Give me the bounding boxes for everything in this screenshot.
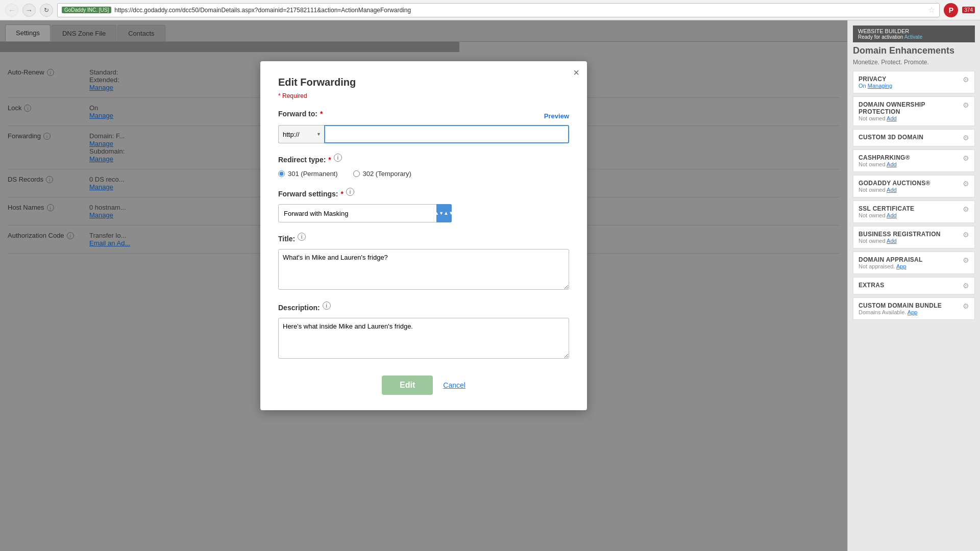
page-wrapper: Settings DNS Zone File Contacts Auto-Ren… bbox=[0, 20, 980, 551]
radio-group: 301 (Permanent) 302 (Temporary) bbox=[278, 170, 569, 178]
auctions-gear-icon[interactable]: ⚙ bbox=[963, 180, 969, 188]
sidebar-item-business-reg: BUSINESS REGISTRATION Not owned Add ⚙ bbox=[853, 226, 975, 248]
bookmark-icon[interactable]: ☆ bbox=[928, 5, 935, 15]
website-builder-title: WEBSITE BUILDER bbox=[858, 28, 922, 34]
appraisal-app-link[interactable]: App bbox=[896, 263, 906, 269]
forward-to-row: http:// https:// bbox=[278, 125, 569, 143]
redirect-type-section: Redirect type: * i 301 (Permanent) 302 (… bbox=[278, 154, 569, 178]
cashparking-title: CASHPARKING® bbox=[859, 154, 910, 161]
edit-button[interactable]: Edit bbox=[382, 375, 433, 395]
cancel-button[interactable]: Cancel bbox=[443, 381, 465, 389]
business-reg-gear-icon[interactable]: ⚙ bbox=[963, 231, 969, 239]
description-textarea[interactable] bbox=[278, 318, 569, 359]
forward-to-label: Forward to: bbox=[278, 110, 317, 118]
appraisal-gear-icon[interactable]: ⚙ bbox=[963, 256, 969, 264]
protocol-select-wrapper: http:// https:// bbox=[278, 125, 324, 143]
url-input[interactable] bbox=[324, 125, 569, 143]
ownership-add-link[interactable]: Add bbox=[887, 115, 897, 121]
back-button[interactable]: ← bbox=[5, 4, 18, 17]
browser-chrome: ← → ↻ GoDaddy INC. [US] https://dcc.goda… bbox=[0, 0, 980, 20]
domain-enhancements-subtitle: Monetize. Protect. Promote. bbox=[853, 59, 975, 66]
protocol-select[interactable]: http:// https:// bbox=[278, 125, 324, 143]
preview-link[interactable]: Preview bbox=[544, 112, 569, 120]
main-content: Settings DNS Zone File Contacts Auto-Ren… bbox=[0, 20, 847, 551]
reload-button[interactable]: ↻ bbox=[40, 4, 53, 17]
radio-301[interactable]: 301 (Permanent) bbox=[278, 170, 338, 178]
redirect-required-star: * bbox=[328, 156, 331, 164]
business-reg-not-owned: Not owned bbox=[859, 238, 887, 244]
website-builder-activate-link[interactable]: Activate bbox=[904, 34, 923, 40]
cashparking-not-owned: Not owned bbox=[859, 161, 887, 167]
edit-forwarding-modal: × Edit Forwarding * Required Forward to:… bbox=[260, 61, 587, 410]
title-field-info-icon[interactable]: i bbox=[298, 233, 306, 241]
privacy-title: PRIVACY bbox=[859, 76, 892, 83]
forward-button[interactable]: → bbox=[22, 4, 36, 17]
forward-settings-required-star: * bbox=[340, 190, 343, 198]
description-field-info-icon[interactable]: i bbox=[323, 302, 331, 310]
radio-301-input[interactable] bbox=[278, 170, 285, 177]
radio-301-label: 301 (Permanent) bbox=[288, 170, 338, 178]
privacy-status-on: On bbox=[859, 83, 866, 89]
custom-3d-title: CUSTOM 3D DOMAIN bbox=[859, 134, 923, 141]
extras-gear-icon[interactable]: ⚙ bbox=[963, 282, 969, 290]
modal-required-text: * Required bbox=[278, 92, 569, 99]
title-field-label: Title: bbox=[278, 235, 295, 243]
ownership-protection-title: DOMAIN OWNERSHIP PROTECTION bbox=[859, 101, 963, 115]
radio-302-input[interactable] bbox=[353, 170, 360, 177]
appraisal-title: DOMAIN APPRAISAL bbox=[859, 256, 923, 263]
business-reg-title: BUSINESS REGISTRATION bbox=[859, 231, 941, 238]
custom-bundle-app-link[interactable]: App bbox=[908, 309, 918, 315]
cashparking-add-link[interactable]: Add bbox=[887, 161, 897, 167]
address-bar[interactable]: GoDaddy INC. [US] https://dcc.godaddy.co… bbox=[57, 3, 940, 17]
radio-302[interactable]: 302 (Temporary) bbox=[353, 170, 411, 178]
website-builder-status: Ready for activation bbox=[858, 34, 903, 40]
domain-enhancements-title: Domain Enhancements bbox=[853, 45, 975, 56]
custom-3d-gear-icon[interactable]: ⚙ bbox=[963, 134, 969, 142]
url-text: https://dcc.godaddy.com/dcc50/DomainDeta… bbox=[114, 7, 411, 14]
settings-select-wrapper: Forward Only Forward with Masking ▲▼ bbox=[278, 204, 452, 222]
redirect-type-label: Redirect type: bbox=[278, 156, 326, 164]
custom-bundle-gear-icon[interactable]: ⚙ bbox=[963, 302, 969, 310]
sidebar-item-godaddy-auctions: GODADDY AUCTIONS® Not owned Add ⚙ bbox=[853, 175, 975, 197]
privacy-gear-icon[interactable]: ⚙ bbox=[963, 76, 969, 84]
modal-footer: Edit Cancel bbox=[278, 373, 569, 395]
ssl-title: SSL CERTIFICATE bbox=[859, 205, 914, 212]
cashparking-gear-icon[interactable]: ⚙ bbox=[963, 154, 969, 162]
right-sidebar: WEBSITE BUILDER Ready for activation Act… bbox=[847, 20, 980, 551]
sidebar-item-custom-bundle: CUSTOM DOMAIN BUNDLE Domains Available. … bbox=[853, 297, 975, 320]
description-field-label: Description: bbox=[278, 304, 320, 312]
title-textarea[interactable] bbox=[278, 249, 569, 290]
sidebar-item-extras: EXTRAS ⚙ bbox=[853, 277, 975, 294]
extras-title: EXTRAS bbox=[859, 282, 884, 289]
ownership-gear-icon[interactable]: ⚙ bbox=[963, 101, 969, 109]
auctions-not-owned: Not owned bbox=[859, 187, 887, 193]
sidebar-item-cashparking: CASHPARKING® Not owned Add ⚙ bbox=[853, 149, 975, 172]
ssl-gear-icon[interactable]: ⚙ bbox=[963, 205, 969, 213]
forward-settings-label: Forward settings: bbox=[278, 190, 338, 198]
sidebar-item-ownership-protection: DOMAIN OWNERSHIP PROTECTION Not owned Ad… bbox=[853, 96, 975, 126]
privacy-managing-link[interactable]: Managing bbox=[868, 83, 892, 89]
website-builder-bar: WEBSITE BUILDER Ready for activation Act… bbox=[853, 26, 975, 42]
radio-302-label: 302 (Temporary) bbox=[363, 170, 411, 178]
custom-bundle-status: Domains Available. bbox=[859, 309, 908, 315]
ssl-not-owned: Not owned bbox=[859, 212, 887, 218]
browser-right-icons: P 374 bbox=[944, 3, 975, 17]
business-reg-add-link[interactable]: Add bbox=[887, 238, 897, 244]
ssl-badge: GoDaddy INC. [US] bbox=[62, 7, 111, 13]
ssl-add-link[interactable]: Add bbox=[887, 212, 897, 218]
modal-title: Edit Forwarding bbox=[278, 77, 569, 88]
forward-settings-section: Forward settings: * i Forward Only Forwa… bbox=[278, 188, 569, 222]
pinterest-icon[interactable]: P bbox=[944, 3, 958, 17]
settings-select[interactable]: Forward Only Forward with Masking bbox=[278, 204, 452, 222]
custom-bundle-title: CUSTOM DOMAIN BUNDLE bbox=[859, 302, 942, 309]
forward-to-section: Forward to: * Preview http:// https:// bbox=[278, 110, 569, 143]
modal-overlay: × Edit Forwarding * Required Forward to:… bbox=[0, 20, 847, 551]
ownership-not-owned: Not owned bbox=[859, 115, 887, 121]
sidebar-item-privacy: PRIVACY On Managing ⚙ bbox=[853, 71, 975, 93]
redirect-type-info-icon[interactable]: i bbox=[334, 154, 342, 162]
notification-badge: 374 bbox=[962, 7, 975, 13]
auctions-add-link[interactable]: Add bbox=[887, 187, 897, 193]
forward-settings-info-icon[interactable]: i bbox=[346, 188, 354, 196]
description-section: Description: i bbox=[278, 302, 569, 360]
modal-close-button[interactable]: × bbox=[573, 67, 579, 78]
